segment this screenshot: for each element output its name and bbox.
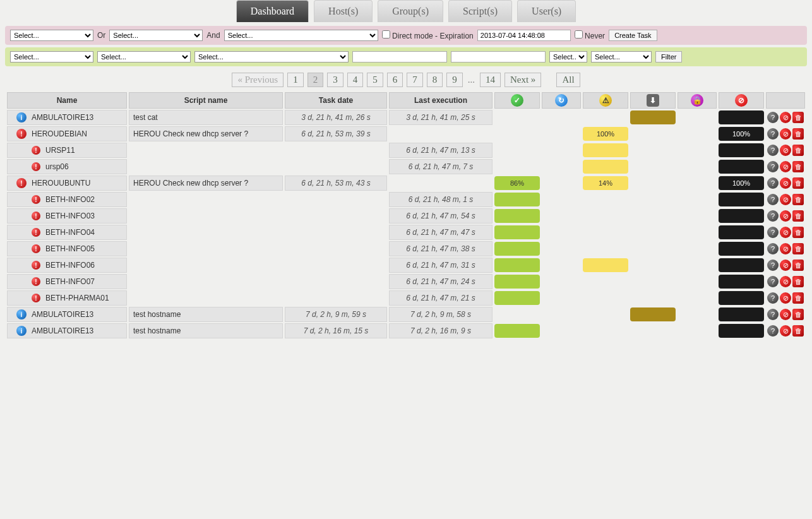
tab-users[interactable]: User(s) [517, 0, 576, 22]
page-3[interactable]: 3 [327, 73, 343, 87]
delete-button[interactable]: 🗑 [792, 161, 804, 172]
delete-button[interactable]: 🗑 [792, 243, 804, 254]
info-button[interactable]: ? [767, 210, 779, 222]
info-button[interactable]: ? [767, 325, 779, 337]
header-warning-icon[interactable]: ⚠ [583, 92, 628, 109]
host-name[interactable]: ursp06 [45, 162, 69, 171]
host-name[interactable]: BETH-INFO03 [45, 212, 95, 220]
cancel-button[interactable]: ⊘ [780, 161, 791, 172]
filter-text-2[interactable] [451, 51, 546, 63]
header-lock-icon[interactable]: 🔒 [678, 92, 717, 109]
page-9[interactable]: 9 [446, 73, 463, 87]
host-name[interactable]: BETH-INFO04 [45, 228, 95, 237]
page-7[interactable]: 7 [407, 73, 423, 87]
delete-button[interactable]: 🗑 [792, 177, 804, 189]
host-name[interactable]: BETH-INFO07 [45, 277, 95, 286]
task-select-3[interactable]: Select... [224, 30, 378, 41]
host-name[interactable]: BETH-INFO05 [45, 244, 95, 253]
delete-button[interactable]: 🗑 [792, 128, 804, 140]
page-14[interactable]: 14 [480, 73, 501, 87]
delete-button[interactable]: 🗑 [792, 309, 804, 320]
cancel-button[interactable]: ⊘ [780, 260, 791, 271]
delete-button[interactable]: 🗑 [792, 194, 804, 205]
delete-button[interactable]: 🗑 [792, 227, 804, 238]
cancel-button[interactable]: ⊘ [780, 145, 791, 156]
info-button[interactable]: ? [767, 161, 779, 172]
info-button[interactable]: ? [767, 194, 779, 205]
page-2[interactable]: 2 [307, 73, 324, 87]
info-button[interactable]: ? [767, 260, 779, 271]
never-checkbox[interactable] [575, 30, 583, 39]
filter-select-2[interactable]: Select... [97, 51, 191, 63]
cancel-button[interactable]: ⊘ [780, 243, 791, 254]
tab-hosts[interactable]: Host(s) [314, 0, 373, 22]
filter-text-1[interactable] [352, 51, 447, 63]
cancel-button[interactable]: ⊘ [780, 309, 791, 320]
host-name[interactable]: AMBULATOIRE13 [32, 310, 93, 319]
info-button[interactable]: ? [767, 112, 779, 123]
cancel-button[interactable]: ⊘ [780, 325, 791, 337]
task-select-1[interactable]: Select... [10, 30, 93, 41]
delete-button[interactable]: 🗑 [792, 145, 804, 156]
cancel-button[interactable]: ⊘ [780, 292, 791, 304]
header-deny-icon[interactable]: ⊘ [719, 92, 764, 109]
cancel-button[interactable]: ⊘ [780, 210, 791, 222]
filter-select-1[interactable]: Select... [10, 51, 93, 63]
cancel-button[interactable]: ⊘ [780, 227, 791, 238]
delete-button[interactable]: 🗑 [792, 292, 804, 304]
never-checkbox-label[interactable]: Never [575, 30, 605, 40]
cancel-button[interactable]: ⊘ [780, 194, 791, 205]
header-last-execution[interactable]: Last execution [389, 92, 493, 109]
info-button[interactable]: ? [767, 292, 779, 304]
info-button[interactable]: ? [767, 243, 779, 254]
page-6[interactable]: 6 [387, 73, 403, 87]
info-button[interactable]: ? [767, 227, 779, 238]
host-name[interactable]: URSP11 [45, 146, 75, 155]
cancel-button[interactable]: ⊘ [780, 112, 791, 123]
page-prev[interactable]: « Previous [232, 73, 284, 87]
delete-button[interactable]: 🗑 [792, 325, 804, 337]
host-name[interactable]: BETH-INFO02 [45, 195, 95, 204]
tab-dashboard[interactable]: Dashboard [236, 0, 309, 22]
page-5[interactable]: 5 [367, 73, 383, 87]
page-4[interactable]: 4 [347, 73, 364, 87]
host-name[interactable]: AMBULATOIRE13 [32, 113, 93, 122]
direct-mode-checkbox[interactable] [382, 30, 390, 39]
page-next[interactable]: Next » [505, 73, 541, 87]
filter-select-4[interactable]: Select... [549, 51, 587, 63]
filter-select-3[interactable]: Select... [194, 51, 349, 63]
info-button[interactable]: ? [767, 145, 779, 156]
header-refresh-icon[interactable]: ↻ [542, 92, 581, 109]
host-name[interactable]: AMBULATOIRE13 [32, 326, 93, 335]
tab-scripts[interactable]: Script(s) [448, 0, 512, 22]
host-name[interactable]: BETH-INFO06 [45, 261, 95, 270]
host-name[interactable]: BETH-PHARMA01 [45, 294, 109, 302]
header-task-date[interactable]: Task date [285, 92, 387, 109]
cancel-button[interactable]: ⊘ [780, 276, 791, 287]
host-name[interactable]: HEROUUBUNTU [32, 179, 90, 188]
delete-button[interactable]: 🗑 [792, 210, 804, 222]
expiration-input[interactable] [477, 30, 571, 41]
direct-mode-checkbox-label[interactable]: Direct mode - Expiration [382, 30, 474, 40]
filter-button[interactable]: Filter [655, 51, 682, 63]
header-name[interactable]: Name [7, 92, 127, 109]
delete-button[interactable]: 🗑 [792, 112, 804, 123]
cancel-button[interactable]: ⊘ [780, 177, 791, 189]
tab-groups[interactable]: Group(s) [378, 0, 443, 22]
page-all[interactable]: All [556, 73, 580, 87]
page-1[interactable]: 1 [287, 73, 304, 87]
cancel-button[interactable]: ⊘ [780, 128, 791, 140]
page-8[interactable]: 8 [427, 73, 443, 87]
header-success-icon[interactable]: ✓ [494, 92, 540, 109]
info-button[interactable]: ? [767, 309, 779, 320]
delete-button[interactable]: 🗑 [792, 276, 804, 287]
create-task-button[interactable]: Create Task [609, 30, 657, 41]
delete-button[interactable]: 🗑 [792, 260, 804, 271]
header-script[interactable]: Script name [129, 92, 283, 109]
task-select-2[interactable]: Select... [109, 30, 203, 41]
header-download-icon[interactable]: ⬇ [630, 92, 676, 109]
filter-select-5[interactable]: Select... [591, 51, 652, 63]
info-button[interactable]: ? [767, 276, 779, 287]
info-button[interactable]: ? [767, 128, 779, 140]
host-name[interactable]: HEROUDEBIAN [32, 129, 87, 138]
